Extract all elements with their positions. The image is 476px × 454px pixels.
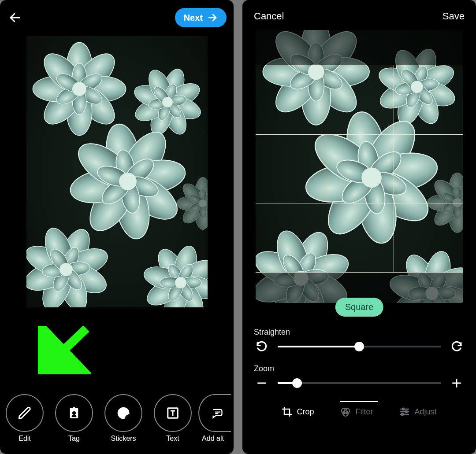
edit-icon [6,394,44,432]
tool-stickers[interactable]: Stickers [103,394,144,443]
straighten-knob[interactable] [354,342,364,351]
zoom-knob[interactable] [292,378,302,388]
zoom-control [254,375,465,391]
svg-line-18 [48,329,86,365]
editor-tabs: Crop Filter Adjust [254,406,465,417]
tag-icon [55,394,93,432]
zoom-label: Zoom [254,364,465,373]
svg-point-37 [402,413,403,415]
succulent-image [26,36,208,307]
tool-addalt-label: Add alt [202,435,224,443]
tool-text-label: Text [166,435,179,443]
svg-point-35 [405,411,407,413]
tab-adjust-label: Adjust [414,407,436,417]
tool-edit-label: Edit [19,435,31,443]
svg-marker-19 [40,358,60,374]
straighten-label: Straighten [254,328,465,337]
cancel-button[interactable]: Cancel [254,11,284,22]
compose-media-screen: Next Edit Tag [0,0,234,454]
tool-tag-label: Tag [68,435,80,443]
crop-editor-screen: Cancel Save Square Straighten [242,0,476,454]
tool-edit[interactable]: Edit [4,394,45,443]
tool-text[interactable]: Text [152,394,193,443]
tab-filter[interactable]: Filter [340,406,373,417]
tool-tag[interactable]: Tag [54,394,94,443]
tab-adjust[interactable]: Adjust [399,406,436,417]
zoom-slider[interactable] [278,382,441,384]
tool-row[interactable]: Edit Tag Stickers Text [4,394,234,443]
rotate-ccw-button[interactable] [254,339,270,354]
arrow-left-icon [8,11,22,24]
text-icon [154,394,192,432]
crop-dim-top [256,30,463,65]
addalt-icon [198,394,231,432]
svg-point-33 [402,408,404,410]
save-button[interactable]: Save [443,11,465,22]
next-button[interactable]: Next [175,8,227,27]
stickers-icon [104,394,142,432]
callout-arrow-icon [38,326,91,374]
crop-shape-chip[interactable]: Square [335,298,383,317]
active-tab-indicator [340,401,378,402]
back-button[interactable] [6,9,24,26]
zoom-out-button[interactable] [254,375,270,391]
crop-stage[interactable] [256,30,463,303]
tab-crop-label: Crop [297,407,314,417]
zoom-in-button[interactable] [449,375,465,391]
rotate-cw-button[interactable] [449,339,465,354]
tab-filter-label: Filter [355,407,373,417]
crop-grid[interactable] [256,65,463,272]
tab-crop[interactable]: Crop [282,406,314,417]
straighten-slider[interactable] [278,346,441,347]
arrow-right-icon [207,12,218,23]
media-preview[interactable] [26,36,208,307]
next-label: Next [184,13,203,23]
tool-stickers-label: Stickers [111,435,136,443]
tool-addalt[interactable]: Add alt [202,394,224,443]
straighten-control [254,339,465,354]
svg-point-20 [72,411,76,415]
